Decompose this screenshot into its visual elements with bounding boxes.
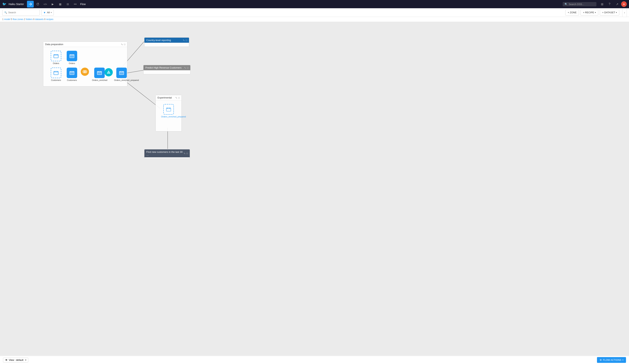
nav-grid-icon[interactable]: ⊞ — [599, 1, 605, 7]
node-orders-enriched-prepared-exp[interactable]: Orders_enriched_prepared — [161, 104, 176, 118]
toolbar-filter[interactable]: ▼ All ▾ — [41, 9, 54, 15]
node-orders-enriched-label: Orders_enriched — [92, 79, 107, 81]
top-nav: 🐦 Haiku Starter </> ▶ ▦ ⊟ ••• Flow 🔍 ⊞ — [0, 0, 629, 8]
nav-search-input[interactable] — [569, 3, 593, 6]
gear-icon: ⚙ — [600, 359, 602, 361]
nav-more-icon[interactable]: ••• — [72, 1, 79, 7]
nav-refresh-icon[interactable] — [34, 1, 41, 7]
node-orders-source-icon — [51, 51, 61, 61]
bc-folders-link[interactable]: folders — [26, 18, 33, 21]
zone-country-expand-icon[interactable]: ⤡ — [183, 39, 185, 42]
search-icon: 🔍 — [565, 3, 568, 6]
zone-find-collapse-icon[interactable]: □ — [186, 152, 188, 155]
zone-collapse-icon[interactable]: □ — [124, 43, 125, 46]
nav-dashboard-icon[interactable]: ▦ — [57, 1, 64, 7]
zone-find-new-title: Find new customers in the last 30 … — [146, 150, 183, 156]
nav-logo[interactable]: 🐦 — [2, 2, 6, 6]
node-orders-enriched-prepared-icon — [116, 68, 127, 78]
node-customers-source-label: Customers — [51, 79, 61, 81]
toolbar-search-input[interactable] — [8, 11, 38, 14]
nav-avatar[interactable]: A — [621, 1, 627, 7]
svg-rect-18 — [119, 71, 124, 75]
nav-flow-icon[interactable] — [27, 1, 34, 7]
node-customers-dest[interactable]: Customers — [67, 68, 77, 81]
zone-expand-icon[interactable]: ⤡ — [121, 43, 123, 46]
zone-country-level-title: Country-level reporting — [146, 39, 171, 42]
zone-exp-expand-icon[interactable]: ⤡ — [175, 97, 177, 99]
svg-rect-13 — [54, 71, 58, 75]
nav-notebook-icon[interactable]: ⊟ — [64, 1, 71, 7]
svg-rect-17 — [97, 71, 102, 75]
node-orders-dest[interactable]: Orders — [67, 51, 77, 65]
view-select[interactable]: 👁 View : default ▾ — [3, 358, 28, 363]
toolbar-search-container[interactable]: 🔍 — [2, 9, 40, 15]
bc-sep4: 6 — [44, 18, 46, 21]
bc-recipes-link[interactable]: recipes — [46, 18, 53, 21]
node-customers-source[interactable]: Customers — [51, 68, 61, 81]
zone-find-expand-icon[interactable]: ⤡ — [183, 152, 185, 155]
zone-data-preparation-header: Data preparation ⤡ □ — [43, 42, 127, 47]
breadcrumb: 1 model 5 flow zones 2 folders 6 dataset… — [0, 17, 629, 22]
zone-country-level-header: Country-level reporting ⤡ □ — [145, 38, 189, 43]
zone-find-new-header: Find new customers in the last 30 … ⤡ □ — [145, 149, 190, 157]
nav-help-icon[interactable]: ? — [606, 1, 613, 7]
zone-predict-collapse-icon[interactable]: □ — [187, 66, 188, 69]
bc-model-link[interactable]: model — [4, 18, 10, 21]
bc-datasets-link[interactable]: datasets — [35, 18, 44, 21]
filter-icon: ▼ — [43, 11, 46, 14]
zone-data-preparation-icons: ⤡ □ — [121, 43, 125, 46]
node-orders-source[interactable]: Orders — [51, 51, 61, 65]
svg-point-16 — [84, 70, 87, 73]
recipe-dropdown-icon: ▾ — [595, 11, 596, 13]
node-orders-enriched-prepared-label: Orders_enriched_prepared — [114, 79, 129, 81]
zone-predict-header: Predict High Revenue Customers ⤡ □ — [144, 65, 190, 70]
nav-run-icon[interactable]: ▶ — [49, 1, 56, 7]
node-orders-dest-label: Orders — [69, 62, 75, 65]
eye-icon: 👁 — [5, 359, 8, 362]
filter-label: All — [47, 11, 50, 14]
zone-experimental: Experimental ⤡ □ Orders_enriched_prepare… — [156, 95, 182, 131]
zone-predict-expand-icon[interactable]: ⤡ — [184, 66, 186, 69]
zone-btn[interactable]: + ZONE — [565, 9, 579, 15]
flow-canvas: Data preparation ⤡ □ Orders — [0, 22, 629, 355]
svg-rect-12 — [70, 54, 74, 58]
node-orders-enriched-prepared[interactable]: Orders_enriched_prepared — [114, 68, 129, 81]
recipe-btn[interactable]: + RECIPE ▾ — [581, 9, 598, 15]
nav-search[interactable]: 🔍 — [563, 2, 596, 6]
zone-country-collapse-icon[interactable]: □ — [186, 39, 187, 42]
nav-right-icons: ⊞ ? ↗ A — [599, 1, 627, 7]
node-customers-source-icon — [51, 68, 61, 78]
zone-find-new: Find new customers in the last 30 … ⤡ □ — [144, 149, 190, 159]
node-prepare-icon — [105, 68, 113, 76]
node-join-recipe[interactable] — [81, 68, 89, 76]
node-orders-source-label: Orders — [53, 62, 59, 65]
filter-dropdown-icon: ▾ — [51, 11, 52, 13]
dataset-dropdown-icon: ▾ — [616, 11, 617, 13]
nav-code-icon[interactable]: </> — [42, 1, 49, 7]
right-collapse-arrow[interactable]: › — [622, 8, 627, 17]
node-exp-label: Orders_enriched_prepared — [161, 115, 176, 118]
zone-experimental-header: Experimental ⤡ □ — [156, 95, 181, 100]
bc-flow-zones-link[interactable]: flow zones — [13, 18, 23, 21]
zone-predict: Predict High Revenue Customers ⤡ □ — [143, 65, 190, 74]
nav-analytics-icon[interactable]: ↗ — [614, 1, 620, 7]
zone-predict-title: Predict High Revenue Customers — [145, 66, 181, 69]
collapse-icon: › — [624, 11, 625, 14]
zone-data-preparation-title: Data preparation — [45, 43, 63, 46]
node-join-icon — [81, 68, 89, 76]
bc-count-model: 1 — [2, 18, 4, 21]
flow-actions-label: FLOW ACTIONS — [603, 359, 621, 361]
toolbar-search-icon: 🔍 — [4, 11, 7, 14]
flow-actions-btn[interactable]: ⚙ FLOW ACTIONS ▾ — [597, 357, 626, 363]
svg-rect-19 — [166, 108, 171, 111]
bc-sep2: 2 — [24, 18, 26, 21]
dataset-btn[interactable]: + DATASET ▾ — [600, 9, 619, 15]
zone-country-level: Country-level reporting ⤡ □ — [144, 37, 189, 47]
bc-sep1: 5 — [11, 18, 13, 21]
zone-country-level-icons: ⤡ □ — [183, 39, 187, 42]
zone-experimental-content: Orders_enriched_prepared — [156, 100, 181, 107]
nav-tab-label: Flow — [80, 3, 86, 6]
node-prepare-recipe[interactable] — [105, 68, 113, 76]
zone-exp-collapse-icon[interactable]: □ — [178, 97, 180, 99]
zone-predict-icons: ⤡ □ — [184, 66, 188, 69]
